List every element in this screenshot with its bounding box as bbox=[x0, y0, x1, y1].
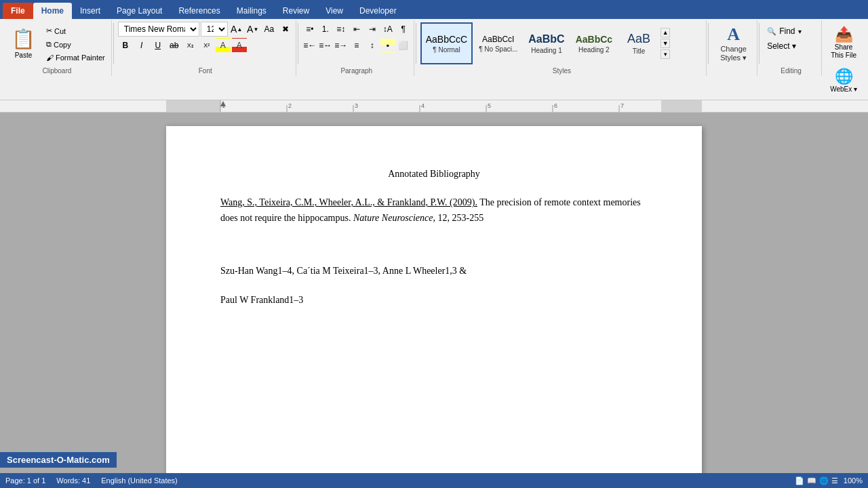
line-spacing-button[interactable]: ↕ bbox=[365, 38, 380, 53]
sort-button[interactable]: ↕A bbox=[380, 22, 395, 37]
cut-icon: ✂ bbox=[46, 26, 52, 35]
show-formatting-button[interactable]: ¶ bbox=[396, 22, 411, 37]
strikethrough-button[interactable]: ab bbox=[167, 38, 182, 53]
status-right: 📄 📖 🌐 ☰ 100% bbox=[795, 476, 863, 485]
webex-button[interactable]: 🌐 WebEx ▾ bbox=[827, 65, 860, 96]
find-icon: 🔍 bbox=[767, 27, 776, 36]
paste-icon: 📋 bbox=[12, 28, 35, 50]
svg-text:2: 2 bbox=[288, 102, 292, 109]
style-heading1-preview: AaBbC bbox=[528, 33, 564, 45]
bibliography-entry-1: Wang, S., Teixeira, C.M., Wheeler, A.L.,… bbox=[220, 195, 648, 226]
copy-icon: ⧉ bbox=[46, 40, 52, 49]
align-center-button[interactable]: ≡↔ bbox=[318, 38, 333, 53]
bullets-button[interactable]: ≡• bbox=[302, 22, 317, 37]
text-highlight-button[interactable]: A bbox=[216, 38, 231, 53]
increase-indent-button[interactable]: ⇥ bbox=[365, 22, 380, 37]
justify-button[interactable]: ≡ bbox=[349, 38, 364, 53]
borders-button[interactable]: ⬜ bbox=[396, 38, 411, 53]
share-icon: 📤 bbox=[835, 26, 853, 43]
style-heading1-label: Heading 1 bbox=[531, 47, 562, 54]
style-heading1[interactable]: AaBbC Heading 1 bbox=[524, 22, 569, 64]
tab-developer[interactable]: Developer bbox=[351, 3, 405, 19]
styles-more[interactable]: ▾ bbox=[660, 49, 670, 59]
change-styles-icon: A bbox=[727, 24, 740, 45]
watermark: Screencast-O-Matic.com bbox=[0, 452, 117, 468]
paste-button[interactable]: 📋 Paste bbox=[5, 22, 41, 65]
zoom-level: 100% bbox=[844, 476, 863, 485]
change-styles-button[interactable]: A ChangeStyles ▾ bbox=[715, 22, 751, 65]
style-normal-label: ¶ Normal bbox=[433, 46, 460, 54]
tab-review[interactable]: Review bbox=[275, 3, 317, 19]
page-count: Page: 1 of 1 bbox=[5, 476, 45, 485]
grow-font-button[interactable]: A▲ bbox=[229, 22, 244, 37]
subscript-button[interactable]: X₂ bbox=[183, 38, 198, 53]
underline-button[interactable]: U bbox=[151, 38, 165, 53]
italic-button[interactable]: I bbox=[134, 38, 149, 53]
style-nospace-preview: AaBbCcI bbox=[482, 35, 514, 44]
change-case-button[interactable]: Aa bbox=[262, 22, 277, 37]
bold-button[interactable]: B bbox=[118, 38, 133, 53]
numbering-button[interactable]: 1. bbox=[318, 22, 333, 37]
cut-button[interactable]: ✂ Cut bbox=[43, 24, 108, 37]
superscript-button[interactable]: X² bbox=[199, 38, 214, 53]
language: English (United States) bbox=[101, 476, 178, 485]
tab-page-layout[interactable]: Page Layout bbox=[108, 3, 170, 19]
word-count: Words: 41 bbox=[56, 476, 90, 485]
styles-scroll-down[interactable]: ▼ bbox=[660, 39, 670, 48]
style-no-spacing[interactable]: AaBbCcI ¶ No Spaci... bbox=[474, 22, 522, 64]
font-name-select[interactable]: Times New Roman bbox=[118, 22, 199, 37]
status-left: Page: 1 of 1 Words: 41 English (United S… bbox=[5, 476, 178, 485]
format-painter-icon: 🖌 bbox=[46, 54, 54, 62]
authors-line-2: Paul W Frankland1–3 bbox=[220, 293, 648, 308]
authors-line-1: Szu-Han Wang1–4, Ca´tia M Teixeira1–3, A… bbox=[220, 264, 648, 279]
style-nospace-label: ¶ No Spaci... bbox=[479, 45, 517, 53]
copy-button[interactable]: ⧉ Copy bbox=[43, 38, 108, 51]
align-left-button[interactable]: ≡← bbox=[302, 38, 317, 53]
style-normal-preview: AaBbCcC bbox=[426, 34, 467, 45]
shading-button[interactable]: ▪ bbox=[380, 38, 395, 53]
style-title-preview: AaB bbox=[627, 32, 650, 46]
file-tab[interactable]: File bbox=[3, 3, 33, 19]
decrease-indent-button[interactable]: ⇤ bbox=[349, 22, 364, 37]
shrink-font-button[interactable]: A▼ bbox=[245, 22, 260, 37]
tab-references[interactable]: References bbox=[170, 3, 228, 19]
svg-text:7: 7 bbox=[620, 102, 624, 109]
share-file-button[interactable]: 📤 ShareThis File bbox=[828, 23, 859, 62]
web-layout-icon[interactable]: 🌐 bbox=[819, 476, 829, 485]
font-color-button[interactable]: A bbox=[232, 38, 247, 53]
multilevel-list-button[interactable]: ≡↕ bbox=[334, 22, 349, 37]
svg-text:3: 3 bbox=[355, 102, 358, 109]
outline-icon[interactable]: ☰ bbox=[831, 476, 838, 485]
style-heading2[interactable]: AaBbCc Heading 2 bbox=[571, 22, 617, 64]
print-layout-icon[interactable]: 📄 bbox=[795, 476, 804, 485]
webex-icon: 🌐 bbox=[835, 68, 853, 85]
svg-text:4: 4 bbox=[421, 102, 425, 109]
svg-text:5: 5 bbox=[488, 102, 491, 109]
style-heading2-label: Heading 2 bbox=[578, 46, 610, 54]
format-painter-button[interactable]: 🖌 Format Painter bbox=[43, 52, 108, 64]
select-button[interactable]: Select ▾ bbox=[764, 39, 800, 53]
tab-view[interactable]: View bbox=[317, 3, 351, 19]
styles-scroll-up[interactable]: ▲ bbox=[660, 28, 670, 37]
page: Annotated Bibliography Wang, S., Teixeir… bbox=[166, 126, 702, 488]
font-size-select[interactable]: 12 bbox=[201, 22, 228, 37]
align-right-button[interactable]: ≡→ bbox=[334, 38, 349, 53]
find-button[interactable]: 🔍 Find ▾ bbox=[764, 24, 804, 38]
svg-text:6: 6 bbox=[554, 102, 557, 109]
clear-formatting-button[interactable]: ✖ bbox=[278, 22, 293, 37]
tab-mailings[interactable]: Mailings bbox=[229, 3, 275, 19]
tab-insert[interactable]: Insert bbox=[72, 3, 108, 19]
style-normal[interactable]: AaBbCcC ¶ Normal bbox=[420, 22, 473, 64]
document-title: Annotated Bibliography bbox=[220, 167, 648, 182]
tab-home[interactable]: Home bbox=[33, 3, 72, 19]
style-title-label: Title bbox=[633, 47, 646, 55]
full-reading-icon[interactable]: 📖 bbox=[807, 476, 816, 485]
view-controls: 📄 📖 🌐 ☰ bbox=[795, 476, 838, 485]
style-title[interactable]: AaB Title bbox=[618, 22, 659, 64]
style-heading2-preview: AaBbCc bbox=[576, 34, 612, 45]
